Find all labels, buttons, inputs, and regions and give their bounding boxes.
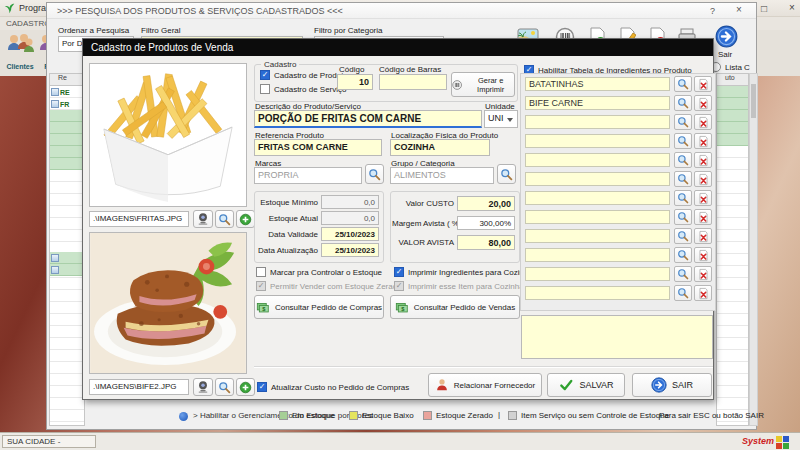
image2-camera-button[interactable] [193, 378, 213, 396]
observacoes-textarea[interactable] [521, 315, 713, 359]
ingredient-delete-button[interactable] [694, 266, 712, 282]
marcas-input[interactable]: PROPRIA [254, 167, 362, 184]
ingredient-delete-button[interactable] [694, 133, 712, 149]
ingredient-delete-button[interactable] [694, 190, 712, 206]
ingredient-delete-button[interactable] [694, 228, 712, 244]
marcas-search-button[interactable] [365, 164, 384, 184]
estoque-minimo-input[interactable]: 0,0 [321, 195, 379, 209]
valor-custo-input[interactable]: 20,00 [457, 196, 515, 211]
data-atualizacao-input[interactable]: 25/10/2023 [321, 243, 379, 257]
referencia-input[interactable]: FRITAS COM CARNE [254, 139, 382, 156]
results-grid-right[interactable]: uto [716, 73, 749, 426]
money-icon: $ [395, 301, 409, 314]
grid-row[interactable]: RE [50, 86, 84, 98]
controlar-estoque-checkbox[interactable]: ✓ Marcar pra Controlar o Estoque [256, 267, 382, 277]
ingredient-search-button[interactable] [674, 285, 692, 301]
ingredient-input[interactable] [525, 229, 670, 243]
ingredient-search-button[interactable] [674, 209, 692, 225]
toolbar-clientes-button[interactable]: Clientes [4, 32, 36, 70]
ingredient-input[interactable] [525, 286, 670, 300]
salvar-button[interactable]: SALVAR [547, 373, 625, 397]
descricao-input[interactable]: PORÇÃO DE FRITAS COM CARNE [254, 110, 482, 128]
grupo-search-button[interactable] [497, 164, 516, 184]
image1-search-button[interactable] [215, 210, 234, 228]
delete-icon [698, 230, 709, 243]
ingredient-delete-button[interactable] [694, 209, 712, 225]
results-grid-left[interactable]: Re RE FR [49, 73, 85, 426]
grid-scrollbar[interactable] [749, 73, 758, 426]
ingredient-delete-button[interactable] [694, 152, 712, 168]
sair-button[interactable]: SAIR [632, 373, 712, 397]
ingredient-delete-button[interactable] [694, 76, 712, 92]
ingredient-search-button[interactable] [674, 95, 692, 111]
ingredient-input[interactable] [525, 115, 670, 129]
image1-add-button[interactable] [236, 210, 255, 228]
localizacao-input[interactable]: COZINHA [390, 139, 490, 156]
check-icon [558, 378, 574, 392]
ingredient-delete-button[interactable] [694, 114, 712, 130]
ingredient-input[interactable] [525, 210, 670, 224]
imprimir-item-checkbox[interactable]: ✓ Imprimir esse Item para Cozinha [394, 281, 524, 291]
ingredient-input[interactable] [525, 134, 670, 148]
ingredient-input[interactable]: BATATINHAS [525, 77, 670, 91]
ingredient-search-button[interactable] [674, 266, 692, 282]
ingredient-search-button[interactable] [674, 171, 692, 187]
ingredient-delete-button[interactable] [694, 171, 712, 187]
grid-row[interactable] [50, 252, 84, 264]
ingredient-search-button[interactable] [674, 114, 692, 130]
margem-input[interactable]: 300,00% [457, 216, 515, 230]
consultar-compras-button[interactable]: $ Consultar Pedido de Compras [254, 295, 384, 319]
app-close-button[interactable]: × [789, 3, 795, 13]
ingredient-input[interactable]: BIFE CARNE [525, 96, 670, 110]
ingredient-input[interactable] [525, 267, 670, 281]
grupo-input[interactable]: ALIMENTOS [390, 167, 494, 184]
valor-avista-input[interactable]: 80,00 [457, 235, 515, 250]
delete-icon [698, 135, 709, 148]
cadastro-servico-checkbox[interactable]: ✓ Cadastro de Serviço [260, 84, 346, 94]
unidade-select[interactable]: UNI [484, 110, 518, 128]
codigo-input[interactable]: 10 [337, 74, 373, 90]
grid-row[interactable] [50, 264, 84, 276]
ingredient-row [525, 134, 713, 149]
clients-people-icon [5, 32, 35, 58]
ingredient-search-button[interactable] [674, 133, 692, 149]
grid-row[interactable]: FR [50, 98, 84, 110]
stock-colors-toggle-icon[interactable] [179, 412, 188, 421]
ingredient-search-button[interactable] [674, 190, 692, 206]
search-help-button[interactable]: ? [710, 6, 715, 16]
ingredient-search-button[interactable] [674, 247, 692, 263]
image2-add-button[interactable] [236, 378, 255, 396]
ingredient-input[interactable] [525, 172, 670, 186]
image2-search-button[interactable] [215, 378, 234, 396]
delete-icon [698, 268, 709, 281]
gerar-imprimir-label: Gerar e Imprimir [467, 76, 514, 94]
imprimir-ingredientes-checkbox[interactable]: ✓ Imprimir Ingredientes para Cozinha [394, 267, 533, 277]
ingredient-search-button[interactable] [674, 152, 692, 168]
ingredient-input[interactable] [525, 153, 670, 167]
image2-path-input[interactable]: .\IMAGENS\BIFE2.JPG [89, 379, 189, 395]
ingredient-delete-button[interactable] [694, 285, 712, 301]
vender-zerado-checkbox[interactable]: ✓ Permitir Vender com Estoque Zerado [256, 281, 402, 291]
ingredient-input[interactable] [525, 191, 670, 205]
ingredient-delete-button[interactable] [694, 95, 712, 111]
image1-camera-button[interactable] [193, 210, 213, 228]
dialog-titlebar[interactable]: Cadastro de Produtos de Venda [83, 39, 713, 56]
search-close-button[interactable]: × [736, 5, 742, 15]
search-sair-button[interactable] [714, 24, 739, 49]
ingredient-search-button[interactable] [674, 228, 692, 244]
atualizar-custo-checkbox[interactable]: ✓ Atualizar Custo no Pedido de Compras [257, 382, 409, 392]
ingredient-input[interactable] [525, 248, 670, 262]
image1-path-input[interactable]: .\IMAGENS\FRITAS.JPG [89, 211, 189, 227]
gerar-imprimir-button[interactable]: Gerar e Imprimir [451, 72, 515, 97]
scrollbar-thumb[interactable] [751, 84, 756, 118]
consultar-vendas-button[interactable]: $ Consultar Pedido de Vendas [390, 295, 520, 319]
estoque-atual-input[interactable]: 0,0 [321, 211, 379, 225]
relacionar-fornecedor-button[interactable]: Relacionar Fornecedor [428, 373, 542, 397]
search-window-titlebar[interactable]: >>> PESQUISA DOS PRODUTOS & SERVIÇOS CAD… [47, 3, 756, 19]
lista-radio[interactable]: Lista C [711, 62, 750, 72]
codigo-barras-input[interactable] [379, 74, 447, 90]
ingredient-delete-button[interactable] [694, 247, 712, 263]
data-validade-input[interactable]: 25/10/2023 [321, 227, 379, 241]
ingredient-search-button[interactable] [674, 76, 692, 92]
app-maximize-button[interactable]: □ [761, 4, 767, 14]
